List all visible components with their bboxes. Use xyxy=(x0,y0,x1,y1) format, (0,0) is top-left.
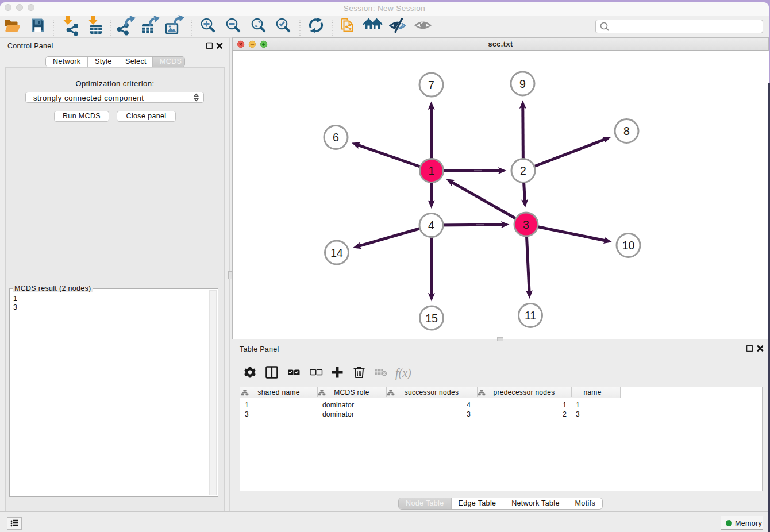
svg-text:MCDS role: MCDS role xyxy=(334,388,369,396)
svg-text:4: 4 xyxy=(467,401,471,409)
svg-text:10: 10 xyxy=(622,239,635,252)
svg-text:3: 3 xyxy=(523,218,529,231)
svg-text:1: 1 xyxy=(429,164,435,177)
svg-text:dominator: dominator xyxy=(322,410,354,418)
svg-text:8: 8 xyxy=(623,125,630,137)
svg-text:11: 11 xyxy=(525,309,536,322)
svg-text:3: 3 xyxy=(245,410,249,418)
svg-text:f(x): f(x) xyxy=(395,367,411,380)
svg-text:shared name: shared name xyxy=(257,388,299,396)
svg-text:2: 2 xyxy=(520,164,526,177)
svg-text:14: 14 xyxy=(330,246,343,259)
svg-text:2: 2 xyxy=(563,410,567,418)
svg-text:successor nodes: successor nodes xyxy=(405,388,459,396)
svg-text:9: 9 xyxy=(519,78,526,90)
svg-text:predecessor nodes: predecessor nodes xyxy=(493,388,555,396)
svg-text:3: 3 xyxy=(467,410,471,418)
svg-text:1: 1 xyxy=(563,401,567,409)
svg-text:7: 7 xyxy=(428,79,434,91)
svg-text:4: 4 xyxy=(428,219,434,232)
svg-text:1: 1 xyxy=(245,401,249,409)
svg-text:dominator: dominator xyxy=(322,401,354,409)
svg-text:1: 1 xyxy=(576,401,580,409)
svg-text:name: name xyxy=(583,388,601,396)
svg-text:3: 3 xyxy=(576,410,580,418)
svg-text:15: 15 xyxy=(425,312,438,325)
svg-text:6: 6 xyxy=(333,131,339,144)
